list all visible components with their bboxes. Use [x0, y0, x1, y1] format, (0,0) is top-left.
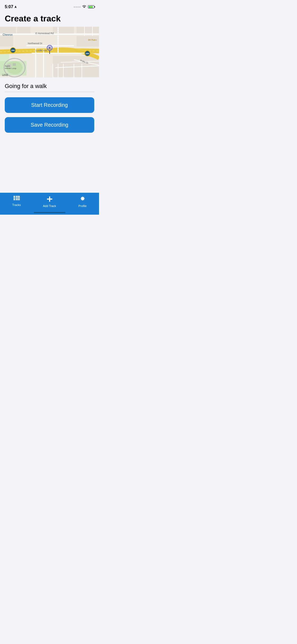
tab-add-track[interactable]: Add Track: [33, 195, 66, 209]
map-label-apple: Apple Infinite Loop: [5, 65, 16, 70]
svg-rect-3: [17, 27, 30, 33]
map-view[interactable]: Chevron E Homestead Rd Northwood Dr Luci…: [0, 27, 99, 77]
location-icon: [14, 6, 17, 8]
status-bar: 5:07 ⚡: [0, 0, 99, 12]
start-recording-button[interactable]: Start Recording: [5, 97, 94, 113]
map-pin: [47, 45, 53, 54]
svg-marker-0: [15, 6, 17, 8]
tab-profile[interactable]: Profile: [66, 195, 99, 209]
svg-rect-35: [13, 197, 15, 199]
battery-icon: ⚡: [88, 5, 94, 8]
svg-rect-7: [77, 36, 99, 47]
map-legal-label[interactable]: Legal: [2, 73, 8, 76]
svg-rect-5: [77, 27, 99, 33]
form-area: [0, 77, 99, 92]
svg-rect-38: [13, 199, 15, 200]
track-name-input[interactable]: [5, 83, 94, 92]
svg-rect-6: [0, 36, 13, 47]
map-label-chevron: Chevron: [3, 33, 13, 36]
signal-icon: [74, 6, 81, 8]
svg-rect-40: [18, 199, 20, 200]
add-track-icon: [46, 196, 53, 203]
svg-rect-36: [16, 197, 18, 199]
save-recording-button[interactable]: Save Recording: [5, 117, 94, 133]
status-icons: ⚡: [74, 4, 94, 9]
map-label-northwood: Northwood Dr: [28, 42, 43, 45]
add-track-tab-label: Add Track: [43, 204, 56, 208]
buttons-area: Start Recording Save Recording: [0, 92, 99, 137]
status-time: 5:07: [5, 4, 17, 9]
svg-rect-37: [18, 197, 20, 199]
tracks-icon: [13, 196, 20, 202]
map-background: Chevron E Homestead Rd Northwood Dr Luci…: [0, 27, 99, 77]
svg-rect-33: [16, 196, 18, 197]
tab-bar: Tracks Add Track Profile: [0, 193, 99, 215]
svg-rect-34: [18, 196, 20, 197]
tab-tracks[interactable]: Tracks: [0, 195, 33, 208]
page-title: Create a track: [0, 12, 99, 27]
map-label-ranch: 99 Ranc: [88, 39, 97, 41]
map-label-homestead: E Homestead Rd: [35, 32, 54, 35]
profile-icon: [79, 196, 86, 203]
map-label-lucille: Lucille Ave: [36, 49, 47, 52]
tracks-tab-label: Tracks: [12, 203, 21, 206]
profile-tab-label: Profile: [78, 204, 87, 208]
svg-rect-42: [47, 199, 52, 200]
svg-rect-4: [53, 27, 74, 35]
home-indicator: [34, 212, 65, 213]
svg-rect-39: [16, 199, 18, 200]
wifi-icon: [82, 4, 86, 9]
svg-rect-32: [13, 196, 15, 197]
